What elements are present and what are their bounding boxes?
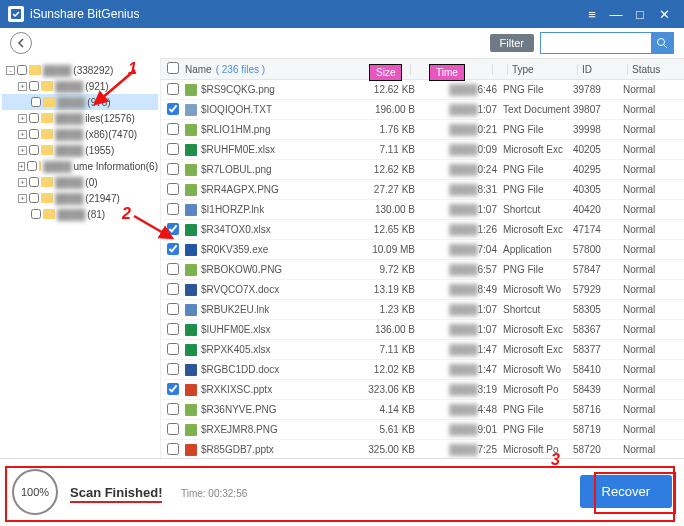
- tree-checkbox[interactable]: [29, 129, 39, 139]
- table-row[interactable]: $RGBC1DD.docx12.02 KB████1:47Microsoft W…: [161, 360, 684, 380]
- file-name: $RS9CQKG.png: [201, 84, 275, 95]
- table-row[interactable]: $RBOKOW0.PNG9.72 KB████6:57PNG File57847…: [161, 260, 684, 280]
- tree-checkbox[interactable]: [29, 113, 39, 123]
- folder-tree[interactable]: -████(338292)+████(921)████(978)+████ile…: [0, 58, 160, 458]
- tree-item[interactable]: -████(338292): [2, 62, 158, 78]
- row-checkbox[interactable]: [167, 183, 179, 195]
- table-row[interactable]: $RUHFM0E.xlsx7.11 KB████0:09Microsoft Ex…: [161, 140, 684, 160]
- table-row[interactable]: $RLIO1HM.png1.76 KB████0:21PNG File39998…: [161, 120, 684, 140]
- table-row[interactable]: $RXKIXSC.pptx323.06 KB████3:19Microsoft …: [161, 380, 684, 400]
- row-checkbox[interactable]: [167, 143, 179, 155]
- tree-checkbox[interactable]: [29, 145, 39, 155]
- file-time: ████3:19: [421, 384, 503, 395]
- toggle-icon[interactable]: +: [18, 130, 27, 139]
- filter-button[interactable]: Filter: [490, 34, 534, 52]
- toggle-icon[interactable]: +: [18, 194, 27, 203]
- tree-item[interactable]: +████(21947): [2, 190, 158, 206]
- table-row[interactable]: $RR4AGPX.PNG27.27 KB████8:31PNG File4030…: [161, 180, 684, 200]
- row-checkbox[interactable]: [167, 263, 179, 275]
- toggle-icon[interactable]: +: [18, 82, 27, 91]
- grid-body[interactable]: $RS9CQKG.png12.62 KB████6:46PNG File3978…: [161, 80, 684, 458]
- table-row[interactable]: $R7LOBUL.png12.62 KB████0:24PNG File4029…: [161, 160, 684, 180]
- menu-btn[interactable]: ≡: [580, 7, 604, 22]
- tree-item[interactable]: +████(x86)(7470): [2, 126, 158, 142]
- select-all-checkbox[interactable]: [167, 62, 179, 74]
- tree-checkbox[interactable]: [17, 65, 27, 75]
- back-button[interactable]: [10, 32, 32, 54]
- col-id-label[interactable]: ID: [582, 64, 592, 75]
- tree-checkbox[interactable]: [31, 97, 41, 107]
- table-row[interactable]: $RVQCO7X.docx13.19 KB████8:49Microsoft W…: [161, 280, 684, 300]
- table-row[interactable]: $I1HORZP.lnk130.00 B████1:07Shortcut4042…: [161, 200, 684, 220]
- row-checkbox[interactable]: [167, 343, 179, 355]
- tree-item[interactable]: +████iles(12576): [2, 110, 158, 126]
- file-status: Normal: [623, 324, 673, 335]
- row-checkbox[interactable]: [167, 83, 179, 95]
- file-status: Normal: [623, 124, 673, 135]
- table-row[interactable]: $IUHFM0E.xlsx136.00 B████1:07Microsoft E…: [161, 320, 684, 340]
- row-checkbox[interactable]: [167, 303, 179, 315]
- search-input[interactable]: [541, 33, 651, 53]
- table-row[interactable]: $RS9CQKG.png12.62 KB████6:46PNG File3978…: [161, 80, 684, 100]
- tree-item[interactable]: ████(978): [2, 94, 158, 110]
- toggle-icon[interactable]: -: [6, 66, 15, 75]
- row-checkbox[interactable]: [167, 423, 179, 435]
- row-checkbox[interactable]: [167, 323, 179, 335]
- tree-checkbox[interactable]: [31, 209, 41, 219]
- row-checkbox[interactable]: [167, 223, 179, 235]
- row-checkbox[interactable]: [167, 243, 179, 255]
- tree-item[interactable]: +████(921): [2, 78, 158, 94]
- table-row[interactable]: $R85GDB7.pptx325.00 KB████7:25Microsoft …: [161, 440, 684, 458]
- table-row[interactable]: $R36NYVE.PNG4.14 KB████4:48PNG File58716…: [161, 400, 684, 420]
- tree-checkbox[interactable]: [29, 193, 39, 203]
- file-id: 39807: [573, 104, 623, 115]
- col-name-label[interactable]: Name: [185, 64, 212, 75]
- table-row[interactable]: $RPXK405.xlsx7.11 KB████1:47Microsoft Ex…: [161, 340, 684, 360]
- file-type: Microsoft Exc: [503, 344, 573, 355]
- row-checkbox[interactable]: [167, 403, 179, 415]
- toggle-icon[interactable]: +: [18, 178, 27, 187]
- tree-checkbox[interactable]: [29, 81, 39, 91]
- file-size: 325.00 KB: [361, 444, 421, 455]
- toggle-icon[interactable]: +: [18, 114, 27, 123]
- col-time-label[interactable]: Time: [429, 64, 465, 81]
- minimize-btn[interactable]: —: [604, 7, 628, 22]
- file-size: 196.00 B: [361, 104, 421, 115]
- row-checkbox[interactable]: [167, 163, 179, 175]
- close-btn[interactable]: ✕: [652, 7, 676, 22]
- table-row[interactable]: $RXEJMR8.PNG5.61 KB████9:01PNG File58719…: [161, 420, 684, 440]
- col-size-label[interactable]: Size: [369, 64, 402, 81]
- tree-checkbox[interactable]: [29, 177, 39, 187]
- search-button[interactable]: [651, 33, 673, 53]
- row-checkbox[interactable]: [167, 383, 179, 395]
- table-row[interactable]: $R0KV359.exe10.09 MB████7:04Application5…: [161, 240, 684, 260]
- toggle-icon[interactable]: +: [18, 146, 27, 155]
- maximize-btn[interactable]: □: [628, 7, 652, 22]
- recover-button[interactable]: Recover: [580, 475, 672, 508]
- file-name: $RGBC1DD.docx: [201, 364, 279, 375]
- col-type-label[interactable]: Type: [512, 64, 534, 75]
- row-checkbox[interactable]: [167, 203, 179, 215]
- table-row[interactable]: $RBUK2EU.lnk1.23 KB████1:07Shortcut58305…: [161, 300, 684, 320]
- tree-item[interactable]: +████ume Information(6): [2, 158, 158, 174]
- row-checkbox[interactable]: [167, 103, 179, 115]
- tree-checkbox[interactable]: [27, 161, 37, 171]
- table-row[interactable]: $R34TOX0.xlsx12.65 KB████1:26Microsoft E…: [161, 220, 684, 240]
- tree-item[interactable]: +████(1955): [2, 142, 158, 158]
- tree-item[interactable]: ████(81): [2, 206, 158, 222]
- tree-suffix: iles(12576): [85, 113, 134, 124]
- row-checkbox[interactable]: [167, 363, 179, 375]
- tree-item[interactable]: +████(0): [2, 174, 158, 190]
- row-checkbox[interactable]: [167, 123, 179, 135]
- row-checkbox[interactable]: [167, 283, 179, 295]
- file-status: Normal: [623, 164, 673, 175]
- file-type: Microsoft Exc: [503, 224, 573, 235]
- table-row[interactable]: $IOQIQOH.TXT196.00 B████1:07Text Documen…: [161, 100, 684, 120]
- file-id: 58716: [573, 404, 623, 415]
- file-icon: [185, 204, 197, 216]
- col-status-label[interactable]: Status: [632, 64, 660, 75]
- file-type: Microsoft Wo: [503, 284, 573, 295]
- row-checkbox[interactable]: [167, 443, 179, 455]
- file-id: 58439: [573, 384, 623, 395]
- toggle-icon[interactable]: +: [18, 162, 25, 171]
